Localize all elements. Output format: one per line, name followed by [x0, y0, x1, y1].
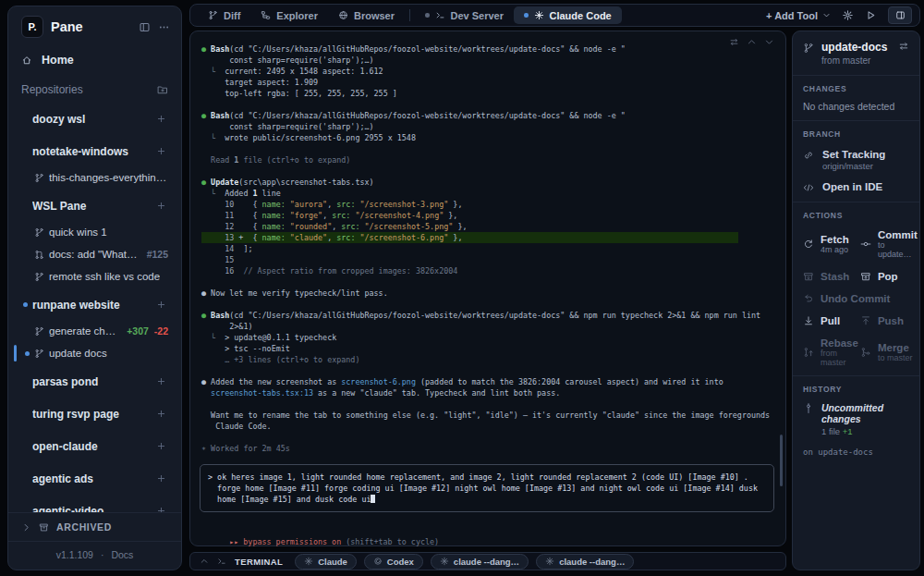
action-fetch[interactable]: Fetch4m ago	[803, 229, 858, 260]
terminal-line: 14 ];	[201, 243, 772, 254]
terminal-line	[201, 165, 772, 177]
pane-logo: P.	[21, 16, 43, 38]
terminal-line	[201, 398, 772, 410]
action-commit[interactable]: Committo update…	[860, 229, 918, 260]
history-section: HISTORY Uncommitted changes 1 file +1 on…	[793, 376, 919, 465]
open-in-ide-button[interactable]: Open in IDE	[803, 181, 909, 193]
collapse-sidebar-icon[interactable]	[139, 21, 151, 33]
sidebar-menu-icon[interactable]	[158, 21, 170, 33]
history-added: +1	[843, 426, 853, 436]
history-item[interactable]: Uncommitted changes 1 file +1	[803, 402, 909, 436]
changes-section: CHANGES No changes detected	[793, 76, 919, 121]
terminal-line: Read 1 file (ctrl+o to expand)	[201, 154, 772, 165]
repo-item[interactable]: notetake-windows	[8, 136, 181, 166]
action-sub: from master	[821, 349, 858, 368]
open-in-ide-label: Open in IDE	[822, 181, 882, 192]
toggle-right-panel-button[interactable]	[888, 6, 912, 24]
session-pill[interactable]: Claude	[295, 554, 357, 570]
terminal-line: ∗ Worked for 2m 45s	[201, 443, 772, 454]
action-label: Commit	[878, 229, 918, 240]
session-pills: ClaudeCodexclaude --dang…claude --dang…	[295, 554, 634, 570]
terminal-line: target aspect: 1.909	[201, 77, 772, 88]
repo-item[interactable]: WSL Pane	[8, 190, 181, 221]
archived-section[interactable]: ARCHIVED	[8, 512, 181, 541]
terminal-line: ● Bash(cd "C:/Users/khaza/allGitHubRepos…	[201, 110, 772, 121]
undo-icon	[803, 293, 814, 304]
branch-from: from master	[821, 55, 887, 66]
stash-icon	[803, 271, 814, 282]
plus-icon	[156, 506, 166, 512]
branch-item[interactable]: update docs	[8, 342, 181, 364]
action-sub: 4m ago	[821, 245, 849, 254]
terminal-line: ● Now let me verify typecheck/lint pass.	[201, 288, 772, 299]
action-label: Undo Commit	[821, 293, 890, 304]
action-rebase[interactable]: Rebasefrom master	[803, 337, 858, 368]
action-pop[interactable]: Pop	[860, 271, 918, 282]
prompt-line: > ok heres image 1, light rounded home r…	[208, 472, 766, 483]
branch-item[interactable]: this-changes-everything-…	[8, 166, 181, 189]
actions-section: ACTIONS Fetch4m agoCommitto update…Stash…	[793, 202, 919, 376]
history-text: Uncommitted changes 1 file +1	[821, 402, 909, 436]
branch-icon	[34, 272, 44, 282]
terminal-log: ● Bash(cd "C:/Users/khaza/allGitHubRepos…	[201, 43, 772, 454]
repo-item[interactable]: agentic ads	[8, 463, 181, 494]
add-repository-icon[interactable]	[157, 84, 168, 95]
repo-name: agentic-video	[32, 505, 156, 513]
branch-item[interactable]: remote ssh like vs code	[8, 265, 181, 288]
tab-diff[interactable]: Diff	[198, 6, 250, 24]
action-label: Push	[878, 315, 904, 326]
repo-item[interactable]: parsas pond	[8, 366, 181, 397]
tab-status-dot	[524, 13, 529, 18]
asterisk-icon	[545, 557, 554, 566]
settings-icon[interactable]	[842, 9, 854, 21]
action-label: Pull	[821, 315, 840, 326]
plus-icon	[156, 114, 166, 124]
tab-browser[interactable]: Browser	[328, 6, 405, 24]
history-heading: HISTORY	[803, 385, 909, 394]
scrollbar-thumb[interactable]	[780, 435, 783, 486]
add-tool-button[interactable]: + Add Tool	[766, 10, 831, 21]
repo-item[interactable]: runpane website	[8, 289, 181, 320]
set-tracking-button[interactable]: Set Trackingorigin/master	[803, 149, 909, 171]
added-count: +307	[127, 325, 149, 337]
tab-label: Diff	[224, 10, 240, 21]
asterisk-icon	[534, 10, 544, 20]
codex-icon	[373, 557, 383, 566]
action-merge[interactable]: Mergeto master	[860, 337, 918, 368]
expand-terminal-icon[interactable]	[200, 557, 209, 566]
merge-icon	[860, 347, 871, 358]
repositories-header: Repositories	[8, 75, 181, 102]
compare-icon[interactable]	[898, 41, 909, 52]
prompt-input[interactable]: > ok heres image 1, light rounded home r…	[200, 464, 774, 512]
repo-item[interactable]: turing rsvp page	[8, 398, 181, 429]
sidebar-item-home[interactable]: Home	[8, 45, 181, 75]
action-undo-commit[interactable]: Undo Commit	[803, 293, 918, 304]
home-icon	[21, 55, 32, 66]
session-pill[interactable]: Codex	[364, 554, 423, 570]
repo-item[interactable]: doozy wsl	[8, 104, 181, 134]
branch-name: quick wins 1	[49, 227, 107, 238]
session-pill[interactable]: claude --dang…	[431, 554, 529, 570]
repo-item[interactable]: agentic-video	[8, 496, 181, 512]
branch-item[interactable]: generate change…+307-22	[8, 320, 181, 342]
plus-icon	[156, 473, 166, 484]
tab-dev-server[interactable]: Dev Server	[415, 6, 514, 24]
actions-heading: ACTIONS	[803, 211, 909, 220]
action-push[interactable]: Push	[860, 315, 918, 326]
run-icon[interactable]	[865, 9, 877, 21]
docs-link[interactable]: Docs	[111, 549, 133, 560]
branch-item[interactable]: quick wins 1	[8, 221, 181, 243]
action-stash[interactable]: Stash	[803, 271, 858, 282]
action-pull[interactable]: Pull	[803, 315, 858, 326]
tab-explorer[interactable]: Explorer	[250, 6, 328, 24]
branch-name: update-docs	[821, 41, 887, 54]
action-text: Mergeto master	[878, 342, 913, 362]
repo-name: doozy wsl	[32, 113, 156, 126]
session-pill[interactable]: claude --dang…	[536, 554, 634, 570]
tool-tabs: DiffExplorerBrowserDev ServerClaude Code	[198, 6, 622, 24]
terminal-line: … +3 lines (ctrl+o to expand)	[201, 354, 772, 365]
branch-item[interactable]: docs: add "What Flyi…#125	[8, 243, 181, 265]
pr-icon	[34, 250, 44, 260]
repo-item[interactable]: open-claude	[8, 431, 181, 461]
tab-claude-code[interactable]: Claude Code	[514, 6, 622, 24]
